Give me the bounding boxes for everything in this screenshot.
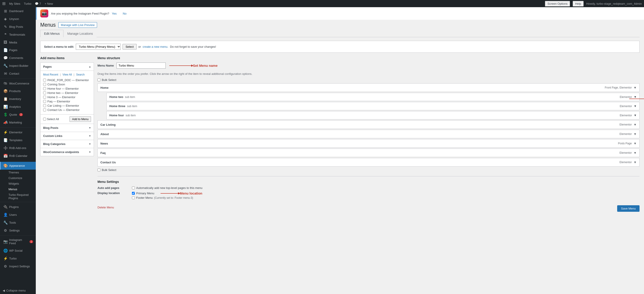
sidebar-item-instagram-feed[interactable]: 📷 Instagram Feed 1 [0, 236, 36, 247]
sidebar-item-comments[interactable]: 💬 Comments [0, 54, 36, 62]
delete-menu-link[interactable]: Delete Menu [98, 206, 114, 209]
menu-item-news-expand[interactable]: ▼ [634, 142, 636, 145]
menu-item-about-expand[interactable]: ▼ [634, 132, 636, 136]
most-recent-tab[interactable]: Most Recent [43, 73, 58, 76]
sidebar-item-inspect-settings[interactable]: ⚙ Inspect Settings [0, 262, 36, 270]
collapse-menu-button[interactable]: ◀ Collapse menu [0, 287, 36, 294]
comment-count[interactable]: 💬 7 [35, 2, 41, 5]
menu-item-contact-us-expand[interactable]: ▼ [634, 161, 636, 164]
sidebar-item-contact[interactable]: ✉ Contact [0, 70, 36, 78]
add-menu-items-panel: Add menu items Pages ▲ Most Recent | Vie… [40, 56, 94, 156]
menu-name-input[interactable] [116, 63, 166, 69]
sidebar-item-rnb-addons[interactable]: ➕ RnB Add-ons [0, 144, 36, 152]
menu-item-home[interactable]: Home Front Page, Elementor ▼ [98, 83, 640, 92]
primary-menu-checkbox[interactable] [132, 192, 135, 195]
sidebar-item-blog-posts[interactable]: ✎ Blog Posts [0, 23, 36, 31]
sidebar-item-settings[interactable]: ⚙ Settings [0, 227, 36, 234]
sidebar-item-analytics[interactable]: 📊 Analytics [0, 103, 36, 111]
submenu-item-customize[interactable]: Customize [0, 175, 36, 181]
help-button[interactable]: Help [573, 1, 584, 7]
menu-subitem-home-three[interactable]: Home three sub item Elementor ▼ [106, 102, 640, 110]
sidebar-item-rnb-calendar[interactable]: 📅 RnB Calendar [0, 152, 36, 160]
submenu-item-turbo-required[interactable]: Turbo Required Plugins [0, 192, 36, 201]
sidebar-item-wp-social[interactable]: 🌐 WP Social [0, 247, 36, 255]
sidebar-item-media[interactable]: 🖼 Media [0, 39, 36, 46]
menu-item-car-listing-expand[interactable]: ▼ [634, 123, 636, 126]
sidebar-item-pages[interactable]: 📄 Pages [0, 46, 36, 54]
create-new-menu-link[interactable]: create a new menu. [143, 45, 168, 48]
sidebar-item-unyson[interactable]: ◈ Unyson [0, 15, 36, 23]
select-menu-button[interactable]: Select [122, 44, 136, 50]
sidebar-item-woocommerce[interactable]: 🛍 WooCommerce [0, 80, 36, 87]
sidebar-item-marketing[interactable]: 📣 Marketing [0, 118, 36, 126]
site-name[interactable]: Turbo [24, 2, 31, 5]
submenu-item-widgets[interactable]: Widgets [0, 181, 36, 186]
page-checkbox-2[interactable] [43, 87, 46, 90]
footer-menu-checkbox[interactable] [132, 196, 135, 199]
page-checkbox-3[interactable] [43, 91, 46, 94]
manage-live-preview-button[interactable]: Manage with Live Preview [58, 22, 97, 28]
select-all-label[interactable]: Select All [43, 117, 59, 121]
blog-posts-accordion-header[interactable]: Blog Posts ▼ [40, 124, 94, 132]
blog-categories-accordion-chevron: ▼ [89, 143, 91, 145]
view-all-tab[interactable]: View All [62, 73, 72, 76]
notice-no-link[interactable]: No [123, 12, 126, 15]
add-to-menu-button[interactable]: Add to Menu [70, 116, 91, 122]
sidebar-item-dashboard[interactable]: ⊞ Dashboard [0, 7, 36, 15]
my-sites[interactable]: My Sites [9, 2, 20, 5]
auto-add-pages-checkbox-label[interactable]: Automatically add new top-level pages to… [132, 186, 202, 190]
primary-menu-label[interactable]: Primary Menu [132, 192, 154, 195]
sidebar-item-inventory[interactable]: 📋 Inventory [0, 95, 36, 103]
save-menu-button[interactable]: Save Menu [617, 205, 640, 212]
page-checkbox-7[interactable] [43, 108, 46, 111]
menu-subitem-home-four[interactable]: Home four sub item Elementor ▼ [106, 111, 640, 119]
page-checkbox-5[interactable] [43, 100, 46, 103]
blog-categories-accordion-header[interactable]: Blog Categories ▼ [40, 140, 94, 148]
custom-links-accordion-header[interactable]: Custom Links ▼ [40, 132, 94, 140]
menu-item-about[interactable]: About Elementor ▼ [98, 130, 640, 138]
sidebar-item-quote[interactable]: 💲 Quote 2 [0, 111, 36, 118]
wp-logo[interactable]: ⊞ [2, 1, 6, 6]
bulk-select-checkbox-bottom[interactable] [98, 169, 100, 172]
search-tab[interactable]: Search [76, 73, 84, 76]
new-content[interactable]: + New [45, 2, 53, 5]
auto-add-pages-checkbox[interactable] [132, 186, 135, 189]
submenu-item-menus[interactable]: Menus [0, 186, 36, 192]
page-checkbox-0[interactable] [43, 79, 46, 82]
sidebar-item-products[interactable]: 📦 Products [0, 87, 36, 95]
sidebar-item-users[interactable]: 👤 Users [0, 211, 36, 219]
sidebar-item-appearance[interactable]: 🎨 Appearance [0, 162, 36, 170]
menu-item-faq[interactable]: Faq Elementor ▼ [98, 149, 640, 157]
footer-menu-label[interactable]: Footer Menu (Currently set to: Footer me… [132, 196, 202, 199]
menu-subitem-home-four-expand[interactable]: ▼ [634, 114, 636, 117]
sidebar-item-turbo[interactable]: ⚡ Turbo [0, 255, 36, 262]
menu-subitem-home-three-expand[interactable]: ▼ [634, 104, 636, 108]
pages-accordion-header[interactable]: Pages ▲ [40, 63, 94, 71]
bulk-select-checkbox-top[interactable] [98, 78, 100, 81]
menu-item-car-listing[interactable]: Car Listing Elementor ▼ [98, 120, 640, 129]
menu-subitem-home-three-sublabel: sub item [127, 105, 137, 108]
sidebar-item-elementor[interactable]: ⚡ Elementor [0, 128, 36, 136]
notice-yes-link[interactable]: Yes [112, 12, 116, 15]
sidebar-item-inspect-builder[interactable]: 🔧 Inspect Builder [0, 62, 36, 70]
tab-manage-locations[interactable]: Manage Locations [64, 30, 96, 37]
screen-options-button[interactable]: Screen Options [545, 1, 570, 7]
bulk-select-label-bottom: Bulk Select [102, 168, 116, 172]
page-checkbox-6[interactable] [43, 104, 46, 107]
menu-item-home-expand[interactable]: ▼ [634, 86, 636, 89]
submenu-item-themes[interactable]: Themes [0, 170, 36, 175]
menu-subitem-home-two[interactable]: Home two sub item Elementor ▼ [106, 93, 640, 101]
woocommerce-endpoints-accordion-header[interactable]: WooCommerce endpoints ▼ [40, 148, 94, 156]
menu-item-faq-expand[interactable]: ▼ [634, 151, 636, 155]
sidebar-item-testimonials[interactable]: ❝ Testimonials [0, 31, 36, 39]
sidebar-item-plugins[interactable]: 🔌 Plugins [0, 203, 36, 211]
menu-select-dropdown[interactable]: Turbo Menu (Primary Menu) [76, 44, 121, 50]
sidebar-item-tools[interactable]: 🔧 Tools [0, 219, 36, 227]
page-checkbox-4[interactable] [43, 96, 46, 99]
select-all-checkbox[interactable] [43, 118, 46, 120]
tab-edit-menus[interactable]: Edit Menus [40, 30, 64, 37]
menu-item-news[interactable]: News Posts Page ▼ [98, 139, 640, 148]
sidebar-item-templates[interactable]: 📑 Templates [0, 136, 36, 144]
page-checkbox-1[interactable] [43, 83, 46, 86]
menu-item-contact-us[interactable]: Contact Us Elementor ▼ [98, 158, 640, 167]
